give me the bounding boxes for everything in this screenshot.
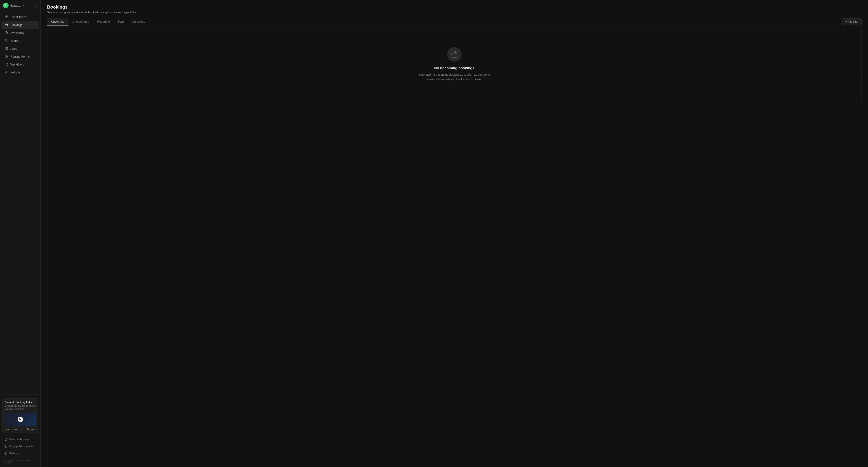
tab-unconfirmed[interactable]: Unconfirmed (68, 18, 93, 26)
calendar-empty-icon (451, 51, 458, 58)
tab-upcoming[interactable]: Upcoming (47, 18, 68, 26)
page-subtitle: See upcoming and past events booked thro… (47, 11, 862, 14)
view-public-page-label: View public page (9, 438, 30, 441)
promo-title: Dynamic booking links (5, 401, 36, 404)
svg-line-18 (6, 65, 7, 65)
svg-rect-26 (452, 52, 457, 57)
search-icon (34, 4, 37, 7)
page-header: Bookings See upcoming and past events bo… (41, 0, 868, 18)
chevron-down-icon: ▾ (23, 4, 24, 7)
copy-icon (4, 445, 7, 448)
empty-state: No upcoming bookings You have no upcomin… (47, 26, 862, 103)
svg-rect-12 (5, 49, 6, 50)
sidebar-item-insights[interactable]: Insights (1, 68, 39, 76)
svg-point-8 (5, 39, 6, 41)
avatar: L (3, 3, 8, 8)
tabs: Upcoming Unconfirmed Recurring Past Canc… (47, 18, 149, 26)
bolt-icon (4, 15, 8, 19)
svg-rect-11 (6, 49, 7, 50)
sidebar-header: L llango... ▾ (0, 0, 40, 11)
promo-actions: Learn more Dismiss (5, 428, 36, 431)
svg-point-25 (6, 453, 6, 454)
svg-rect-10 (6, 47, 7, 48)
gear-icon (4, 452, 7, 455)
svg-rect-3 (5, 24, 8, 26)
clock-icon (4, 31, 8, 35)
svg-line-1 (36, 6, 37, 6)
learn-more-button[interactable]: Learn more (5, 428, 18, 431)
external-link-icon (4, 438, 7, 441)
add-filter-button[interactable]: + Add filter (842, 18, 862, 25)
view-public-page-link[interactable]: View public page (1, 436, 39, 443)
user-menu[interactable]: L llango... ▾ (3, 3, 24, 8)
sidebar-item-availability[interactable]: Availability (1, 29, 39, 37)
svg-line-19 (6, 64, 7, 64)
empty-state-title: No upcoming bookings (434, 66, 474, 70)
tabs-bar: Upcoming Unconfirmed Recurring Past Canc… (41, 18, 868, 26)
sidebar-item-label: Apps (10, 47, 17, 51)
sidebar-item-event-types[interactable]: Event Types (1, 13, 39, 21)
bar-chart-icon (4, 70, 8, 74)
sidebar-item-label: Insights (10, 71, 21, 74)
empty-state-description: You have no upcoming bookings. As soon a… (418, 72, 491, 82)
content-area: No upcoming bookings You have no upcomin… (41, 26, 868, 467)
sidebar-item-label: Workflows (10, 63, 24, 66)
sidebar-item-label: Bookings (10, 23, 22, 27)
svg-point-17 (7, 65, 8, 66)
settings-label: Settings (9, 452, 19, 455)
sidebar-item-apps[interactable]: Apps (1, 45, 39, 53)
svg-marker-2 (5, 15, 8, 18)
promo-description: Booking link that allows people to quick… (5, 404, 36, 411)
share-icon (4, 63, 8, 66)
tab-cancelled[interactable]: Cancelled (128, 18, 149, 26)
main-nav: Event Types Bookings Availability Teams … (0, 11, 40, 395)
main-content: Bookings See upcoming and past events bo… (41, 0, 868, 467)
copy-public-page-label: Copy public page link (9, 445, 35, 448)
tab-past[interactable]: Past (114, 18, 128, 26)
sidebar-item-label: Event Types (10, 15, 26, 19)
user-name: llango... (10, 4, 21, 7)
dismiss-button[interactable]: Dismiss (27, 428, 36, 431)
sidebar: L llango... ▾ Event Types Bookings (0, 0, 41, 467)
sidebar-item-label: Availability (10, 31, 24, 35)
svg-point-16 (5, 64, 6, 65)
promo-thumbnail[interactable] (5, 412, 36, 426)
page-title: Bookings (47, 4, 862, 10)
empty-state-icon (447, 47, 462, 62)
promo-card: Dynamic booking links Booking link that … (2, 398, 38, 433)
sidebar-item-routing-forms[interactable]: Routing Forms (1, 53, 39, 60)
calendar-icon (4, 23, 8, 27)
copy-public-page-link[interactable]: Copy public page link (1, 443, 39, 450)
play-button[interactable] (18, 416, 23, 422)
bottom-links: View public page Copy public page link S… (0, 435, 40, 458)
sidebar-bottom: Dynamic booking links Booking link that … (0, 395, 40, 467)
svg-rect-24 (6, 446, 7, 448)
add-filter-label: + Add filter (845, 20, 858, 23)
sidebar-item-label: Teams (10, 39, 19, 42)
sidebar-item-workflows[interactable]: Workflows (1, 61, 39, 68)
search-button[interactable] (33, 3, 37, 8)
svg-line-23 (6, 438, 7, 440)
file-icon (4, 55, 8, 58)
tab-recurring[interactable]: Recurring (93, 18, 114, 26)
settings-link[interactable]: Settings (1, 450, 39, 457)
sidebar-item-label: Routing Forms (10, 55, 30, 58)
sidebar-item-bookings[interactable]: Bookings (1, 21, 39, 29)
play-icon (20, 418, 22, 421)
sidebar-item-teams[interactable]: Teams (1, 37, 39, 44)
users-icon (4, 39, 8, 42)
svg-rect-9 (5, 47, 6, 48)
svg-point-15 (7, 63, 8, 64)
grid-icon (4, 47, 8, 51)
footer-text: © 2023 Cal.com, Inc. v.3.1.6-h-a034411 (0, 458, 40, 465)
